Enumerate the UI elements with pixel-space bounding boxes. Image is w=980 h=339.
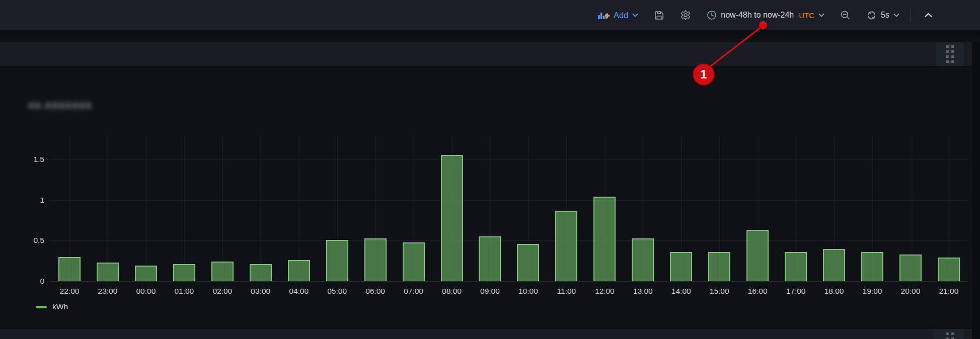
collapse-toolbar-button[interactable] [924, 12, 933, 18]
panel-edge-strip-top [0, 42, 972, 66]
bar-13:00[interactable] [632, 238, 654, 281]
save-dashboard-button[interactable] [654, 10, 664, 21]
bar-slot [585, 135, 624, 281]
bar-11:00[interactable] [555, 211, 577, 281]
bar-06:00[interactable] [364, 238, 387, 281]
y-tick-label: 1 [40, 196, 44, 205]
bar-slot [662, 135, 700, 281]
bar-slot [509, 135, 547, 281]
bar-17:00[interactable] [785, 252, 807, 281]
drag-handle-dots[interactable] [946, 332, 954, 339]
chevron-up-icon [924, 12, 933, 18]
bar-slot [815, 135, 853, 281]
add-panel-button[interactable]: Add [597, 10, 638, 20]
bar-22:00[interactable] [58, 257, 81, 281]
panel-drag-area[interactable] [936, 42, 964, 66]
bar-19:00[interactable] [861, 252, 883, 281]
chevron-down-icon [893, 13, 899, 18]
y-axis: 00.511.5 [0, 135, 44, 281]
x-tick-label: 08:00 [433, 287, 471, 296]
chevron-down-icon [818, 13, 824, 18]
bar-03:00[interactable] [250, 264, 272, 281]
bar-16:00[interactable] [746, 230, 769, 281]
bar-07:00[interactable] [403, 242, 425, 281]
x-tick-label: 14:00 [662, 287, 700, 296]
bar-slot [89, 135, 127, 281]
time-range-picker[interactable]: now-48h to now-24h UTC [707, 10, 824, 20]
grid-vline [261, 135, 261, 281]
bar-23:00[interactable] [97, 263, 119, 281]
refresh-interval-label: 5s [881, 11, 889, 20]
add-button-label: Add [614, 11, 628, 20]
x-tick-label: 09:00 [471, 287, 509, 296]
x-tick-label: 13:00 [624, 287, 662, 296]
bar-slot [203, 135, 242, 281]
bar-21:00[interactable] [938, 258, 960, 281]
bar-slot [165, 135, 203, 281]
bar-15:00[interactable] [708, 252, 730, 281]
clock-icon [707, 10, 717, 20]
refresh-controls[interactable]: 5s [866, 10, 899, 21]
grid-vline [146, 135, 146, 281]
x-tick-label: 10:00 [509, 287, 547, 296]
legend-swatch [36, 306, 47, 308]
bar-slot [433, 135, 471, 281]
refresh-icon [866, 10, 877, 21]
toolbar-divider [911, 9, 911, 22]
grid-vline [108, 135, 108, 281]
bar-02:00[interactable] [211, 262, 234, 281]
x-tick-label: 00:00 [127, 287, 165, 296]
grid-vline [184, 135, 185, 281]
legend-item-kwh[interactable]: kWh [36, 302, 68, 311]
zoom-out-icon [840, 10, 851, 21]
x-tick-label: 02:00 [203, 287, 242, 296]
panel-drag-area[interactable] [933, 329, 964, 339]
bar-00:00[interactable] [135, 266, 157, 281]
x-tick-label: 05:00 [318, 287, 356, 296]
bar-slot [891, 135, 930, 281]
bar-14:00[interactable] [670, 252, 692, 281]
bar-slot [471, 135, 509, 281]
dashboard-toolbar: Add now-48h to now-24h UTC [0, 0, 980, 31]
bar-04:00[interactable] [288, 260, 310, 281]
x-tick-label: 01:00 [165, 287, 203, 296]
grafana-dashboard: Add now-48h to now-24h UTC [0, 0, 980, 339]
x-tick-label: 06:00 [356, 287, 395, 296]
panel-title-redacted[interactable]: XX-XXXXXXX [28, 101, 93, 114]
dashboard-settings-button[interactable] [680, 10, 691, 21]
bar-slot [777, 135, 815, 281]
x-tick-label: 04:00 [280, 287, 318, 296]
bar-18:00[interactable] [823, 249, 845, 281]
bar-slot [242, 135, 280, 281]
x-tick-label: 16:00 [738, 287, 777, 296]
grid-vline [222, 135, 223, 281]
bar-slot [853, 135, 891, 281]
bar-slot [700, 135, 738, 281]
x-tick-label: 15:00 [700, 287, 738, 296]
bar-12:00[interactable] [593, 197, 616, 281]
timeseries-panel: XX-XXXXXXX 00.511.5 22:0023:0000:0001:00… [0, 67, 972, 327]
save-icon [654, 10, 664, 21]
x-tick-label: 20:00 [891, 287, 930, 296]
x-tick-label: 19:00 [853, 287, 891, 296]
timezone-label: UTC [799, 11, 814, 20]
x-tick-label: 23:00 [89, 287, 127, 296]
bar-slot [50, 135, 89, 281]
bar-20:00[interactable] [899, 255, 922, 281]
zoom-out-time-button[interactable] [840, 10, 851, 21]
bar-08:00[interactable] [441, 155, 463, 281]
bar-01:00[interactable] [173, 264, 195, 281]
x-tick-label: 12:00 [585, 287, 624, 296]
x-tick-label: 21:00 [930, 287, 968, 296]
y-tick-label: 0.5 [33, 236, 44, 245]
drag-handle-dots[interactable] [946, 45, 954, 63]
chevron-down-icon [632, 13, 638, 18]
y-tick-label: 0 [40, 277, 44, 286]
bar-05:00[interactable] [326, 240, 348, 281]
grid-vline [299, 135, 299, 281]
x-tick-label: 11:00 [547, 287, 585, 296]
y-tick-label: 1.5 [33, 155, 44, 164]
bar-09:00[interactable] [479, 236, 501, 281]
bar-10:00[interactable] [517, 244, 539, 281]
bar-slot [280, 135, 318, 281]
